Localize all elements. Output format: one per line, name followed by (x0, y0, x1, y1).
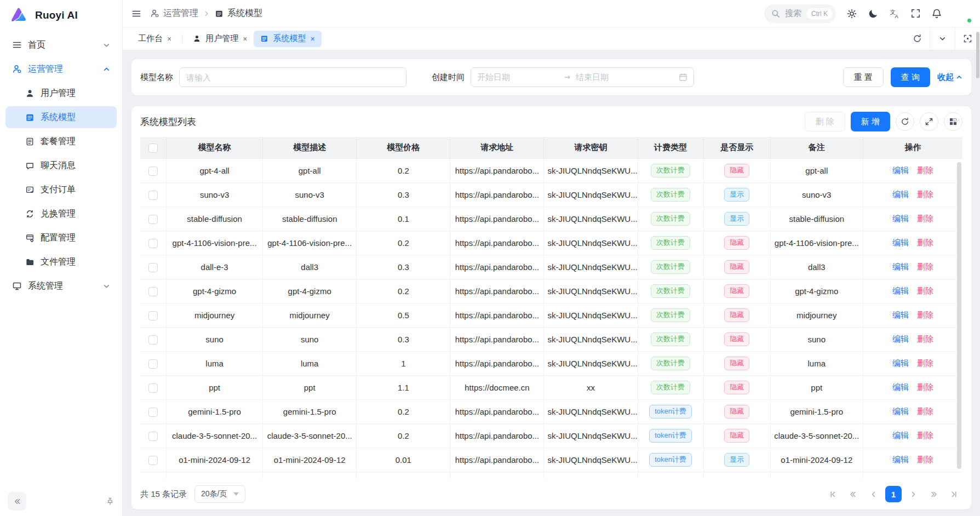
row-checkbox[interactable] (148, 408, 158, 417)
edit-link[interactable]: 编辑 (892, 455, 909, 464)
delete-link[interactable]: 删除 (917, 455, 933, 464)
row-checkbox[interactable] (148, 432, 158, 441)
row-checkbox[interactable] (148, 263, 158, 272)
edit-link[interactable]: 编辑 (892, 406, 909, 416)
current-page-button[interactable]: 1 (885, 486, 902, 502)
sidebar-item-config-management[interactable]: 配置管理 (5, 227, 117, 249)
refresh-icon[interactable] (904, 27, 930, 50)
column-settings-icon[interactable] (944, 112, 962, 131)
edit-link[interactable]: 编辑 (892, 190, 909, 199)
delete-link[interactable]: 删除 (917, 310, 933, 319)
tab-user-management[interactable]: 用户管理 × (186, 31, 254, 47)
breadcrumb-item-operations[interactable]: 运营管理 (150, 8, 198, 19)
edit-link[interactable]: 编辑 (892, 358, 909, 368)
select-all-checkbox[interactable] (148, 144, 158, 153)
date-range-picker[interactable]: 开始日期 结束日期 (471, 67, 694, 87)
pin-icon[interactable] (106, 497, 114, 506)
row-checkbox[interactable] (148, 239, 158, 248)
delete-button[interactable]: 删 除 (805, 112, 845, 131)
delete-link[interactable]: 删除 (917, 334, 933, 343)
jump-forward-button[interactable] (926, 486, 942, 502)
edit-link[interactable]: 编辑 (892, 238, 909, 247)
delete-link[interactable]: 删除 (917, 406, 933, 416)
delete-link[interactable]: 删除 (917, 190, 933, 199)
row-checkbox[interactable] (148, 167, 158, 176)
model-name-input[interactable] (179, 67, 406, 87)
sidebar-item-operations[interactable]: 运营管理 (5, 58, 117, 80)
edit-link[interactable]: 编辑 (892, 262, 909, 271)
invoice-check-icon (25, 185, 35, 194)
row-checkbox[interactable] (148, 383, 158, 393)
row-checkbox[interactable] (148, 191, 158, 200)
sidebar-item-home[interactable]: 首页 (5, 34, 117, 56)
close-icon[interactable]: × (167, 35, 171, 43)
sidebar-item-plan-management[interactable]: 套餐管理 (5, 130, 117, 152)
reset-button[interactable]: 重 置 (843, 67, 884, 87)
tab-system-models[interactable]: 系统模型 × (254, 31, 321, 47)
table-scrollbar-thumb[interactable] (957, 162, 961, 469)
jump-back-button[interactable] (845, 486, 861, 502)
sidebar-item-payment-orders[interactable]: 支付订单 (5, 179, 117, 200)
row-checkbox[interactable] (148, 456, 158, 465)
row-checkbox[interactable] (148, 335, 158, 345)
breadcrumb-item-system-models[interactable]: 系统模型 (215, 8, 262, 19)
fullscreen-icon[interactable] (910, 8, 921, 19)
sidebar-item-user-management[interactable]: 用户管理 (5, 82, 117, 104)
search-button[interactable]: 查 询 (891, 67, 930, 87)
bell-icon[interactable] (931, 8, 942, 19)
collapse-label: 收起 (937, 72, 954, 83)
sidebar-collapse-button[interactable] (8, 492, 26, 511)
sidebar-item-system-management[interactable]: 系统管理 (5, 275, 117, 297)
row-checkbox[interactable] (148, 215, 158, 224)
global-search[interactable]: 搜索 Ctrl K (764, 4, 836, 23)
delete-link[interactable]: 删除 (917, 262, 933, 271)
user-avatar[interactable] (953, 4, 971, 23)
billing-type-badge: token计费 (649, 405, 692, 418)
gear-icon[interactable] (846, 8, 857, 19)
translate-icon[interactable]: 文A (889, 8, 900, 19)
delete-link[interactable]: 删除 (917, 165, 933, 175)
delete-link[interactable]: 删除 (917, 431, 933, 440)
expand-table-icon[interactable] (920, 112, 938, 131)
add-button[interactable]: 新 增 (851, 112, 890, 131)
delete-link[interactable]: 删除 (917, 238, 933, 247)
sidebar-item-exchange-management[interactable]: 兑换管理 (5, 203, 117, 225)
edit-link[interactable]: 编辑 (892, 382, 909, 392)
prev-page-button[interactable] (865, 486, 881, 502)
delete-link[interactable]: 删除 (917, 382, 933, 392)
next-page-button[interactable] (906, 486, 922, 502)
edit-link[interactable]: 编辑 (892, 165, 909, 175)
edit-link[interactable]: 编辑 (892, 214, 909, 223)
page-scrollbar[interactable] (976, 27, 980, 516)
row-checkbox[interactable] (148, 287, 158, 296)
brand-logo-icon (10, 7, 30, 24)
delete-link[interactable]: 删除 (917, 286, 933, 295)
row-checkbox[interactable] (148, 311, 158, 320)
model-name-cell: dall-e-3 (167, 255, 263, 279)
hamburger-menu-icon[interactable] (131, 9, 141, 19)
chevron-down-icon[interactable] (930, 27, 955, 50)
delete-link[interactable]: 删除 (917, 358, 933, 368)
table-card-header: 系统模型列表 删 除 新 增 (140, 106, 962, 137)
sidebar-item-file-management[interactable]: 文件管理 (5, 251, 117, 273)
delete-link[interactable]: 删除 (917, 214, 933, 223)
model-price-cell: 0.2 (357, 400, 450, 424)
close-icon[interactable]: × (310, 35, 314, 43)
collapse-filter-link[interactable]: 收起 (937, 72, 962, 83)
last-page-button[interactable] (946, 486, 962, 502)
close-icon[interactable]: × (243, 35, 247, 43)
page-scrollbar-thumb[interactable] (976, 32, 979, 78)
first-page-button[interactable] (824, 486, 841, 502)
dark-mode-moon-icon[interactable] (868, 8, 879, 19)
refresh-icon[interactable] (896, 112, 914, 131)
sidebar-item-chat-messages[interactable]: 聊天消息 (5, 154, 117, 176)
sidebar-item-system-models[interactable]: 系统模型 (5, 106, 117, 128)
edit-link[interactable]: 编辑 (892, 334, 909, 343)
brand-logo[interactable]: Ruoyi AI (0, 0, 122, 31)
edit-link[interactable]: 编辑 (892, 286, 909, 295)
tab-workbench[interactable]: 工作台 × (131, 31, 178, 47)
row-checkbox[interactable] (148, 359, 158, 369)
page-size-select[interactable]: 20条/页 (194, 485, 245, 503)
edit-link[interactable]: 编辑 (892, 310, 909, 319)
edit-link[interactable]: 编辑 (892, 431, 909, 440)
